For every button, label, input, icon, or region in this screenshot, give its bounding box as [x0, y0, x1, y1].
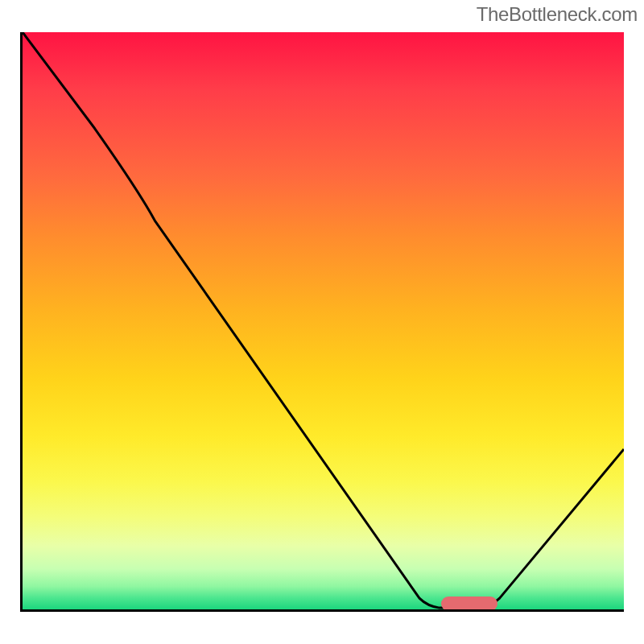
bottleneck-curve	[23, 32, 624, 609]
curve-path	[23, 32, 624, 608]
watermark-text: TheBottleneck.com	[477, 3, 638, 26]
plot-area	[20, 32, 624, 612]
optimal-range-marker	[441, 597, 497, 611]
chart-container: TheBottleneck.com	[0, 0, 644, 644]
